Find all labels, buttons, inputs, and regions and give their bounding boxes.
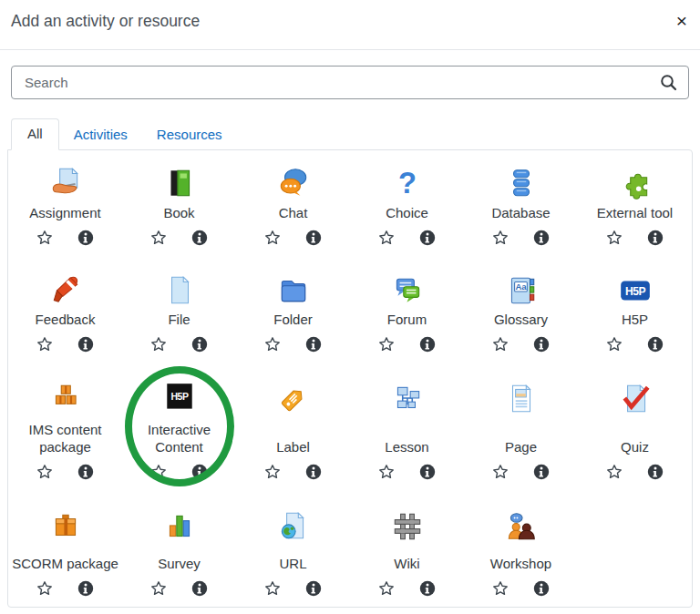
star-outline-icon[interactable]: [492, 580, 509, 597]
star-outline-icon[interactable]: [36, 580, 53, 597]
activity-item-label[interactable]: Label: [273, 420, 314, 456]
quiz-icon[interactable]: [618, 378, 653, 420]
activity-item-feedback[interactable]: Feedback: [8, 258, 122, 364]
info-circle-icon[interactable]: [305, 336, 322, 353]
info-circle-icon[interactable]: [647, 336, 664, 353]
activity-item-forum[interactable]: Forum: [350, 258, 464, 364]
star-outline-icon[interactable]: [150, 336, 167, 353]
tab-activities[interactable]: Activities: [59, 120, 142, 150]
activity-item-label[interactable]: External tool: [593, 202, 676, 222]
activity-item-choice[interactable]: ?Choice: [350, 150, 464, 258]
activity-item-survey[interactable]: Survey: [122, 492, 236, 609]
info-circle-icon[interactable]: [77, 336, 94, 353]
info-circle-icon[interactable]: [191, 230, 208, 246]
lesson-icon[interactable]: [390, 378, 425, 420]
close-icon[interactable]: ×: [671, 7, 693, 34]
activity-item-label[interactable]: Quiz: [617, 420, 653, 456]
star-outline-icon[interactable]: [264, 336, 281, 353]
info-circle-icon[interactable]: [77, 464, 94, 480]
tab-all[interactable]: All: [11, 118, 59, 150]
star-outline-icon[interactable]: [264, 230, 281, 246]
info-circle-icon[interactable]: [305, 580, 322, 597]
info-circle-icon[interactable]: [419, 230, 436, 246]
activity-item-book[interactable]: Book: [122, 150, 236, 258]
activity-item-label[interactable]: Feedback: [32, 309, 99, 329]
star-outline-icon[interactable]: [36, 464, 53, 480]
star-outline-icon[interactable]: [264, 464, 281, 480]
star-outline-icon[interactable]: [378, 336, 395, 353]
info-circle-icon[interactable]: [533, 336, 550, 353]
activity-item-label[interactable]: URL: [275, 547, 310, 573]
star-outline-icon[interactable]: [606, 230, 623, 246]
star-outline-icon[interactable]: [606, 464, 623, 480]
activity-item-quiz[interactable]: Quiz: [578, 364, 692, 492]
star-outline-icon[interactable]: [36, 336, 53, 353]
label-icon[interactable]: [276, 378, 311, 420]
folder-icon[interactable]: [276, 271, 311, 310]
wiki-icon[interactable]: [390, 506, 425, 547]
activity-item-folder[interactable]: Folder: [236, 258, 350, 364]
activity-item-wiki[interactable]: Wiki: [350, 492, 464, 609]
search-icon[interactable]: [660, 74, 677, 91]
star-outline-icon[interactable]: [378, 464, 395, 480]
info-circle-icon[interactable]: [533, 464, 550, 480]
activity-item-assignment[interactable]: Assignment: [8, 150, 122, 258]
activity-item-external-tool[interactable]: External tool: [578, 150, 692, 258]
activity-item-page[interactable]: Page: [464, 364, 578, 492]
survey-icon[interactable]: [162, 506, 197, 547]
activity-item-label[interactable]: Folder: [270, 309, 316, 329]
interactive-content-icon[interactable]: H5P: [162, 378, 197, 419]
page-icon[interactable]: [504, 378, 539, 420]
activity-item-lesson[interactable]: Lesson: [350, 364, 464, 492]
info-circle-icon[interactable]: [647, 464, 664, 480]
file-icon[interactable]: [162, 271, 197, 310]
activity-item-label[interactable]: Wiki: [390, 547, 423, 573]
info-circle-icon[interactable]: [305, 230, 322, 246]
info-circle-icon[interactable]: [419, 580, 436, 597]
info-circle-icon[interactable]: [419, 336, 436, 353]
star-outline-icon[interactable]: [492, 464, 509, 480]
activity-item-label[interactable]: Forum: [384, 309, 430, 329]
star-outline-icon[interactable]: [264, 580, 281, 597]
feedback-icon[interactable]: [48, 271, 83, 310]
activity-item-chat[interactable]: Chat: [236, 150, 350, 258]
activity-item-scorm-package[interactable]: SCORM package: [8, 492, 122, 609]
info-circle-icon[interactable]: [533, 230, 550, 246]
activity-item-label[interactable]: Glossary: [490, 309, 551, 329]
database-icon[interactable]: [504, 164, 539, 203]
activity-item-label[interactable]: Book: [160, 202, 198, 222]
forum-icon[interactable]: [390, 271, 425, 310]
activity-item-h5p[interactable]: H5PH5P: [578, 258, 692, 364]
glossary-icon[interactable]: Aa: [504, 271, 539, 310]
activity-item-label[interactable]: Interactive Content: [122, 419, 236, 456]
assignment-icon[interactable]: [48, 164, 83, 203]
tab-resources[interactable]: Resources: [142, 120, 237, 150]
star-outline-icon[interactable]: [150, 464, 167, 480]
search-input[interactable]: [11, 66, 689, 99]
scorm-package-icon[interactable]: [48, 506, 83, 547]
info-circle-icon[interactable]: [191, 464, 208, 480]
star-outline-icon[interactable]: [378, 580, 395, 597]
activity-item-label[interactable]: Survey: [154, 547, 204, 573]
activity-item-label[interactable]: Workshop: [487, 547, 555, 573]
url-icon[interactable]: [276, 506, 311, 547]
activity-item-label[interactable]: File: [164, 309, 193, 329]
star-outline-icon[interactable]: [378, 230, 395, 246]
info-circle-icon[interactable]: [419, 464, 436, 480]
star-outline-icon[interactable]: [150, 580, 167, 597]
activity-item-label[interactable]: Database: [488, 202, 553, 222]
activity-item-label[interactable]: Lesson: [381, 420, 432, 456]
activity-item-label[interactable]: Label: [236, 364, 350, 492]
activity-item-label[interactable]: Chat: [275, 202, 312, 222]
activity-item-label[interactable]: Choice: [382, 202, 432, 222]
activity-item-label[interactable]: IMS content package: [8, 419, 122, 456]
ims-content-package-icon[interactable]: [48, 378, 83, 419]
info-circle-icon[interactable]: [647, 230, 664, 246]
activity-item-label[interactable]: Page: [501, 420, 540, 456]
info-circle-icon[interactable]: [533, 580, 550, 597]
external-tool-icon[interactable]: [618, 164, 653, 203]
activity-item-label[interactable]: Assignment: [26, 202, 104, 222]
activity-item-file[interactable]: File: [122, 258, 236, 364]
workshop-icon[interactable]: [504, 506, 539, 547]
chat-icon[interactable]: [276, 164, 311, 203]
